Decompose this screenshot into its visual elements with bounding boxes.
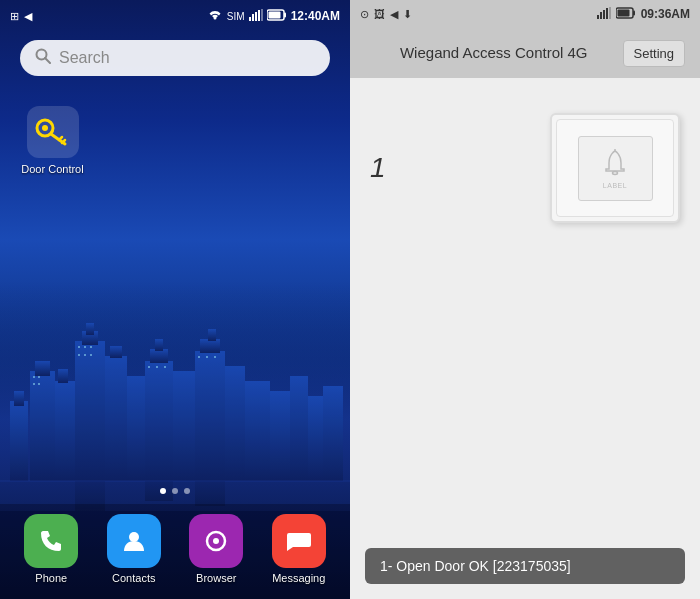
image-icon: 🖼 <box>374 8 385 20</box>
door-control-label: Door Control <box>21 163 83 175</box>
svg-rect-41 <box>323 386 343 481</box>
svg-rect-55 <box>198 356 200 358</box>
svg-rect-21 <box>55 381 75 481</box>
app-door-control[interactable]: Door Control <box>20 104 85 175</box>
page-indicators <box>0 488 350 494</box>
svg-rect-1 <box>252 14 254 21</box>
door-number: 1 <box>370 152 386 184</box>
right-main-content: 1 LABEL <box>350 78 700 599</box>
log-area: 1- Open Door OK [223175035] <box>350 414 700 600</box>
phone-label: Phone <box>35 572 67 584</box>
svg-rect-45 <box>38 383 40 385</box>
svg-rect-33 <box>195 351 225 481</box>
svg-rect-51 <box>90 354 92 356</box>
search-placeholder: Search <box>59 49 110 67</box>
svg-rect-32 <box>173 371 195 481</box>
svg-rect-53 <box>156 366 158 368</box>
svg-rect-42 <box>33 376 35 378</box>
dock-phone[interactable]: Phone <box>24 514 78 584</box>
svg-rect-25 <box>86 323 94 335</box>
right-time-display: 09:36AM <box>641 7 690 21</box>
doorbell-label: LABEL <box>603 182 627 189</box>
city-skyline <box>0 281 350 511</box>
bell-icon <box>599 147 631 179</box>
svg-rect-4 <box>261 9 263 21</box>
svg-rect-35 <box>208 329 216 341</box>
svg-rect-39 <box>290 376 308 481</box>
messaging-icon <box>272 514 326 568</box>
svg-rect-46 <box>78 346 80 348</box>
app-title: Wiegand Access Control 4G <box>400 44 588 62</box>
right-status-icons: SIM 12:40AM <box>207 9 340 23</box>
back-icon-right: ◀ <box>390 8 398 21</box>
right-title-bar: Wiegand Access Control 4G Setting <box>350 28 700 78</box>
svg-rect-27 <box>110 346 122 358</box>
browser-icon <box>189 514 243 568</box>
svg-rect-38 <box>270 391 290 481</box>
right-status-left-icons: ⊙ 🖼 ◀ ⬇ <box>360 8 412 21</box>
search-bar[interactable]: Search <box>20 40 330 76</box>
right-status-bar: ⊙ 🖼 ◀ ⬇ 09:36AM <box>350 0 700 28</box>
spacer <box>350 258 700 414</box>
browser-label: Browser <box>196 572 236 584</box>
svg-point-12 <box>42 125 48 131</box>
time-display: 12:40AM <box>291 9 340 23</box>
svg-rect-17 <box>10 401 28 481</box>
download-icon: ⬇ <box>403 8 412 21</box>
sim-icon: SIM <box>227 11 245 22</box>
svg-rect-40 <box>308 396 323 481</box>
log-entry: 1- Open Door OK [223175035] <box>365 548 685 584</box>
svg-rect-49 <box>78 354 80 356</box>
notification-icon: ⊙ <box>360 8 369 21</box>
svg-rect-7 <box>268 12 280 19</box>
dock-contacts[interactable]: Contacts <box>107 514 161 584</box>
svg-rect-72 <box>617 10 629 17</box>
svg-line-9 <box>45 58 50 63</box>
dock-browser[interactable]: Browser <box>189 514 243 584</box>
dock-messaging[interactable]: Messaging <box>272 514 326 584</box>
svg-rect-28 <box>127 376 145 481</box>
left-status-icons: ⊞ ◀ <box>10 10 32 23</box>
svg-rect-26 <box>105 356 127 481</box>
svg-rect-67 <box>603 10 605 19</box>
svg-rect-68 <box>606 8 608 19</box>
svg-rect-56 <box>206 356 208 358</box>
search-icon <box>35 48 51 68</box>
svg-rect-19 <box>30 371 55 481</box>
svg-point-73 <box>613 172 618 175</box>
svg-rect-52 <box>148 366 150 368</box>
svg-rect-23 <box>75 341 105 481</box>
setting-button[interactable]: Setting <box>623 40 685 67</box>
svg-rect-69 <box>609 7 611 19</box>
grid-icon: ⊞ <box>10 10 19 23</box>
door-area: 1 LABEL <box>350 78 700 258</box>
dot-3 <box>184 488 190 494</box>
svg-rect-18 <box>14 391 24 406</box>
dot-2 <box>172 488 178 494</box>
doorbell-image[interactable]: LABEL <box>550 113 680 223</box>
back-icon: ◀ <box>24 10 32 23</box>
svg-rect-3 <box>258 10 260 21</box>
svg-rect-37 <box>245 381 270 481</box>
svg-rect-0 <box>249 17 251 21</box>
signal-icon <box>249 9 263 23</box>
messaging-label: Messaging <box>272 572 325 584</box>
svg-rect-36 <box>225 366 245 481</box>
svg-rect-6 <box>284 13 286 18</box>
left-status-bar: ⊞ ◀ SIM 12:40AM <box>0 0 350 32</box>
app-grid: Door Control <box>0 84 350 195</box>
svg-rect-50 <box>84 354 86 356</box>
wifi-icon <box>207 9 223 23</box>
signal-bars-icon <box>597 7 611 21</box>
svg-rect-43 <box>38 376 40 378</box>
svg-rect-57 <box>214 356 216 358</box>
svg-rect-31 <box>155 339 163 351</box>
svg-rect-71 <box>633 11 635 16</box>
svg-rect-30 <box>150 349 168 363</box>
svg-rect-29 <box>145 361 173 481</box>
dot-1 <box>160 488 166 494</box>
contacts-icon <box>107 514 161 568</box>
svg-rect-44 <box>33 383 35 385</box>
right-status-right-icons: 09:36AM <box>597 7 690 21</box>
bottom-dock: Phone Contacts Browser Messaging <box>0 504 350 599</box>
